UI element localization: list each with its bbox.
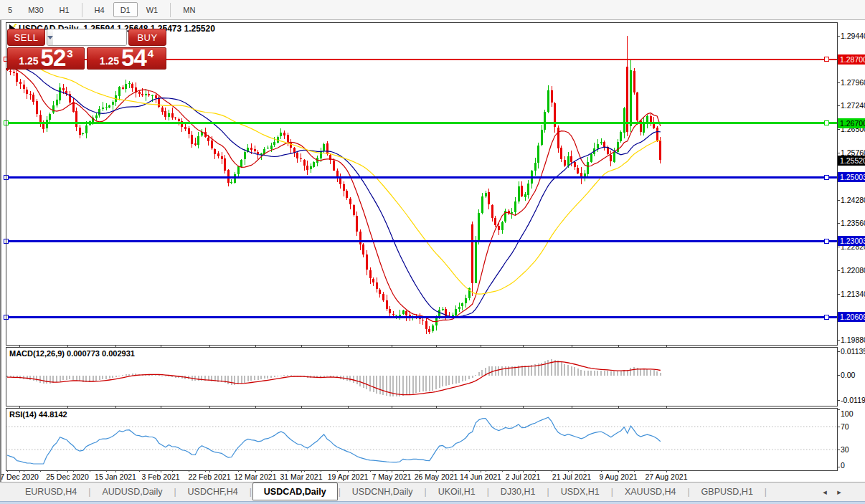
macd-signal-line bbox=[7, 361, 661, 394]
timeframe-button-MN[interactable]: MN bbox=[176, 2, 202, 17]
buy-price-point: 4 bbox=[148, 48, 153, 59]
triangle-down-icon bbox=[47, 36, 53, 39]
timeframe-button-5[interactable]: 5 bbox=[1, 2, 19, 17]
sell-price-prefix: 1.25 bbox=[19, 54, 38, 67]
price-tick-label: 1.22080 bbox=[841, 266, 865, 275]
price-tick-label: 1.19880 bbox=[841, 336, 865, 344]
moving-average-lines bbox=[7, 58, 661, 321]
buy-price-prefix: 1.25 bbox=[100, 54, 119, 67]
buy-price-pips: 54 bbox=[121, 48, 146, 67]
symbol-tab-ukoil-h1[interactable]: UKOil,H1 bbox=[427, 484, 486, 500]
date-label: 12 Mar 2021 bbox=[235, 472, 277, 481]
date-label: 25 Dec 2020 bbox=[46, 472, 89, 481]
volume-input[interactable] bbox=[53, 29, 127, 45]
one-click-trading-widget: SELL BUY 1.25 52 3 1.25 54 4 bbox=[7, 29, 166, 70]
window-bottom-strip bbox=[0, 501, 865, 504]
price-tick-label: 1.23560 bbox=[841, 219, 865, 227]
line-anchor-handle[interactable] bbox=[4, 315, 8, 319]
price-tick-label: 1.21340 bbox=[841, 290, 865, 298]
trading-platform-window: 5M30H1H4D1W1MN USDCAD,Daily1.25594 1.256… bbox=[0, 0, 865, 504]
tab-scroll-left-button[interactable]: ◂ bbox=[819, 486, 831, 498]
buy-price-display[interactable]: 1.25 54 4 bbox=[87, 47, 166, 70]
tab-separator: | bbox=[339, 487, 341, 497]
timeframe-toolbar: 5M30H1H4D1W1MN bbox=[0, 0, 865, 20]
tab-separator: | bbox=[174, 487, 176, 497]
macd-axis-label: -0.01190 bbox=[841, 396, 865, 404]
line-anchor-handle[interactable] bbox=[4, 121, 8, 125]
tab-separator: | bbox=[611, 487, 613, 497]
price-tick-label: 1.29440 bbox=[841, 32, 865, 40]
symbol-tab-dj30-h1[interactable]: DJ30,H1 bbox=[490, 484, 547, 500]
tab-separator: | bbox=[765, 487, 767, 497]
date-label: 26 May 2021 bbox=[415, 472, 458, 481]
price-tick-label: 1.27240 bbox=[841, 101, 865, 110]
symbol-tab-gbpusd-h1[interactable]: GBPUSD,H1 bbox=[691, 484, 764, 500]
line-anchor-handle[interactable] bbox=[824, 57, 828, 62]
sell-button[interactable]: SELL bbox=[7, 29, 45, 46]
timeframe-button-W1[interactable]: W1 bbox=[139, 2, 166, 17]
rsi-plot bbox=[6, 417, 837, 464]
date-label: 27 Aug 2021 bbox=[646, 472, 688, 481]
date-label: 2 Jul 2021 bbox=[506, 472, 540, 481]
symbol-tab-usdcnh-daily[interactable]: USDCNH,Daily bbox=[341, 484, 424, 500]
date-label: 7 Dec 2020 bbox=[0, 472, 39, 481]
date-label: 14 Jun 2021 bbox=[460, 472, 501, 481]
price-badge-1.26700: 1.26700 bbox=[838, 118, 865, 128]
macd-axis-label: 0.01135 bbox=[841, 347, 865, 356]
symbol-tabbar: EURUSD,H4|AUDUSD,Daily|USDCHF,H4|USDCAD,… bbox=[0, 482, 865, 501]
timeframe-button-D1[interactable]: D1 bbox=[113, 2, 138, 17]
date-label: 22 Feb 2021 bbox=[189, 472, 231, 481]
symbol-tab-usdcad-daily[interactable]: USDCAD,Daily bbox=[252, 482, 338, 500]
price-badge-1.25520: 1.25520 bbox=[838, 156, 865, 166]
price-badge-1.23003: 1.23003 bbox=[838, 236, 865, 246]
sell-price-display[interactable]: 1.25 52 3 bbox=[7, 47, 85, 70]
candlesticks bbox=[6, 36, 662, 334]
symbol-tab-usdchf-h4[interactable]: USDCHF,H4 bbox=[177, 484, 249, 500]
sell-price-pips: 52 bbox=[41, 48, 66, 67]
sell-price-point: 3 bbox=[67, 48, 72, 59]
buy-button[interactable]: BUY bbox=[128, 29, 166, 46]
date-label: 31 Mar 2021 bbox=[280, 472, 323, 481]
rsi-label: RSI(14) 44.8142 bbox=[9, 410, 67, 419]
line-anchor-handle[interactable] bbox=[824, 239, 828, 243]
tab-separator: | bbox=[425, 487, 427, 497]
macd-label: MACD(12,26,9) 0.000773 0.002931 bbox=[9, 349, 135, 358]
tab-separator: | bbox=[88, 487, 90, 497]
price-tick-label: 1.24280 bbox=[841, 196, 865, 204]
date-label: 15 Jan 2021 bbox=[95, 472, 136, 481]
timeframe-button-H1[interactable]: H1 bbox=[52, 2, 77, 17]
tab-separator: | bbox=[487, 487, 489, 497]
price-badge-1.20609: 1.20609 bbox=[838, 312, 865, 322]
window-left-edge bbox=[0, 20, 1, 502]
tab-separator: | bbox=[687, 487, 689, 497]
symbol-tab-xauusd-h4[interactable]: XAUUSD,H4 bbox=[614, 484, 687, 500]
line-anchor-handle[interactable] bbox=[824, 315, 828, 319]
line-anchor-handle[interactable] bbox=[824, 121, 828, 125]
volume-spinner bbox=[47, 29, 127, 46]
timeframe-button-H4[interactable]: H4 bbox=[88, 2, 112, 17]
price-badge-1.28700: 1.28700 bbox=[838, 54, 865, 65]
date-label: 21 Jul 2021 bbox=[552, 472, 591, 481]
tab-separator: | bbox=[547, 487, 549, 497]
date-label: 19 Apr 2021 bbox=[328, 472, 369, 481]
volume-decrease-button[interactable] bbox=[47, 29, 53, 45]
price-badge-1.25003: 1.25003 bbox=[838, 172, 865, 182]
symbol-tab-usdx-h1[interactable]: USDX,H1 bbox=[550, 484, 610, 500]
date-label: 3 Feb 2021 bbox=[141, 472, 179, 481]
line-anchor-handle[interactable] bbox=[4, 239, 8, 243]
rsi-axis-label: 30 bbox=[841, 445, 849, 454]
tab-scroll-right-button[interactable]: ▸ bbox=[833, 486, 845, 498]
symbol-tab-eurusd-h4[interactable]: EURUSD,H4 bbox=[14, 484, 88, 500]
date-label: 7 May 2021 bbox=[372, 472, 412, 481]
timeframe-button-M30[interactable]: M30 bbox=[21, 2, 50, 17]
tab-separator: | bbox=[250, 487, 252, 497]
toolbar-separator bbox=[82, 3, 82, 17]
symbol-tab-audusd-daily[interactable]: AUDUSD,Daily bbox=[91, 484, 173, 500]
macd-axis-label: 0.00 bbox=[841, 371, 855, 379]
rsi-axis-label: 0 bbox=[841, 461, 845, 470]
price-tick-label: 1.27960 bbox=[841, 78, 865, 87]
line-anchor-handle[interactable] bbox=[4, 175, 8, 179]
macd-histogram bbox=[6, 359, 661, 396]
line-anchor-handle[interactable] bbox=[824, 175, 828, 179]
toolbar-separator bbox=[170, 3, 171, 17]
